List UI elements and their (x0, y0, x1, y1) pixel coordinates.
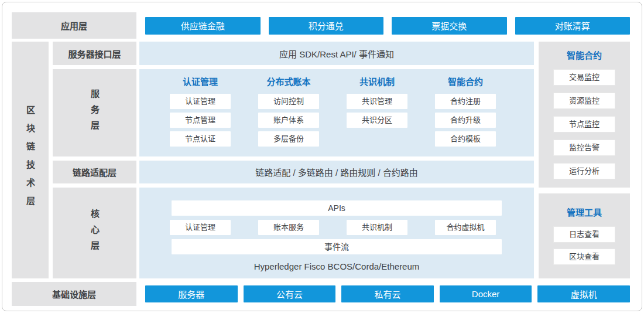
service-item: 合约升级 (435, 113, 496, 128)
interface-layer-label: 服务器接口层 (53, 42, 136, 65)
app-layer-buttons: 供应链金融 积分通兑 票据交换 对账清算 (145, 12, 630, 39)
service-layer-label: 服务层 (53, 69, 136, 156)
service-item: 节点管理 (170, 113, 231, 128)
service-column-ledger: 分布式账本 访问控制 账户体系 多层备份 (258, 76, 319, 156)
service-column-header: 分布式账本 (258, 76, 319, 88)
event-stream-bar: 事件流 (172, 239, 502, 254)
core-items-row: 认证管理 账本服务 共识机制 合约虚拟机 (170, 220, 496, 235)
service-item: 访问控制 (258, 94, 319, 109)
app-button-reconciliation: 对账清算 (515, 17, 631, 35)
infra-button-docker: Docker (440, 285, 532, 302)
service-column-auth: 认证管理 认证管理 节点管理 节点认证 (170, 76, 231, 156)
tool-item: 区块查看 (553, 249, 615, 265)
service-layer-panel: 认证管理 认证管理 节点管理 节点认证 分布式账本 访问控制 账户体系 多层备份… (139, 69, 534, 156)
smart-contract-panel: 智能合约 交易监控 资源监控 节点监控 监控告警 运行分析 (539, 42, 630, 188)
monitor-item: 资源监控 (553, 93, 615, 109)
infra-layer-label: 基础设施层 (12, 282, 136, 306)
service-column-smart-contract: 智能合约 合约注册 合约升级 合约模板 (435, 76, 496, 156)
core-item: 合约虚拟机 (435, 220, 496, 235)
service-item: 共识分区 (347, 113, 407, 128)
app-button-supply-chain-finance: 供应链金融 (145, 17, 261, 35)
service-item: 多层备份 (258, 131, 319, 147)
infra-layer-buttons: 服务器 公有云 私有云 Docker 虚拟机 (145, 282, 630, 306)
platforms-text: Hyperledger Fisco BCOS/Corda/Ethereum (139, 261, 534, 271)
management-tools-panel: 管理工具 日志查看 区块查看 (539, 193, 630, 278)
tech-layer-label: 区块链技术层 (12, 42, 49, 278)
infra-button-server: 服务器 (145, 285, 238, 302)
tech-layer-label-text: 区块链技术层 (24, 106, 36, 215)
app-button-points-exchange: 积分通兑 (269, 17, 384, 35)
monitor-item: 交易监控 (553, 69, 615, 86)
core-layer-panel: APIs 认证管理 账本服务 共识机制 合约虚拟机 事件流 Hyperledge… (139, 188, 534, 278)
service-item: 账户体系 (258, 113, 319, 128)
interface-layer-band: 应用 SDK/Rest API/ 事件通知 (139, 42, 534, 65)
blockchain-architecture-diagram: 应用层 供应链金融 积分通兑 票据交换 对账清算 区块链技术层 服务器接口层 应… (0, 0, 644, 313)
app-layer-label: 应用层 (12, 12, 136, 39)
core-item: 账本服务 (258, 220, 319, 235)
smart-contract-panel-header: 智能合约 (539, 49, 630, 62)
core-item: 共识机制 (347, 220, 407, 235)
tool-item: 日志查看 (553, 226, 615, 243)
service-item: 节点认证 (170, 131, 231, 147)
service-column-header: 认证管理 (170, 76, 231, 88)
link-layer-band: 链路适配 / 多链路由 / 路由规则 / 合约路由 (139, 161, 534, 183)
monitor-item: 监控告警 (553, 140, 615, 156)
management-tools-panel-header: 管理工具 (539, 206, 630, 219)
core-layer-label: 核心层 (53, 188, 136, 278)
service-column-header: 共识机制 (347, 76, 407, 88)
infra-button-public-cloud: 公有云 (244, 285, 336, 302)
apis-bar: APIs (172, 200, 502, 216)
service-item: 合约模板 (435, 131, 496, 147)
service-column-consensus: 共识机制 共识管理 共识分区 (347, 76, 407, 156)
monitor-item: 运行分析 (553, 163, 615, 179)
monitor-item: 节点监控 (553, 116, 615, 132)
management-tools-panel-items: 日志查看 区块查看 (539, 226, 630, 265)
core-item: 认证管理 (170, 220, 231, 235)
service-item: 认证管理 (170, 94, 231, 109)
smart-contract-panel-items: 交易监控 资源监控 节点监控 监控告警 运行分析 (539, 69, 630, 179)
service-layer-label-text: 服务层 (88, 89, 101, 137)
service-item: 共识管理 (347, 94, 407, 109)
core-layer-label-text: 核心层 (88, 209, 101, 257)
infra-button-vm: 虚拟机 (537, 285, 630, 302)
service-column-header: 智能合约 (435, 76, 496, 88)
app-button-bill-exchange: 票据交换 (392, 17, 507, 35)
infra-button-private-cloud: 私有云 (341, 285, 434, 302)
service-item: 合约注册 (435, 94, 496, 109)
link-layer-label: 链路适配层 (53, 161, 136, 183)
